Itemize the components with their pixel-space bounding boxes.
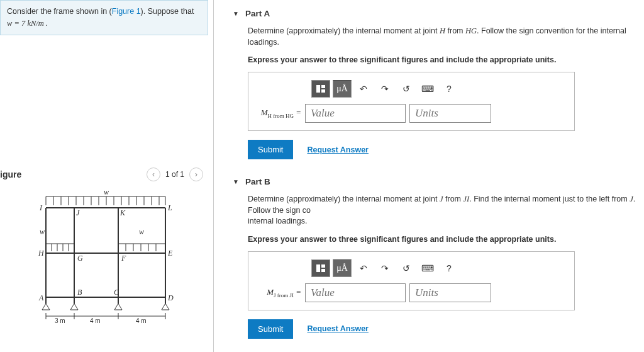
part-a-var-label: MH from HG = [256,108,301,119]
redo-icon[interactable]: ↷ [375,80,394,98]
templates-tool-icon[interactable] [311,259,330,277]
part-a-submit-button[interactable]: Submit [248,140,293,159]
svg-text:L: L [167,203,172,212]
svg-rect-66 [316,264,320,272]
svg-rect-65 [321,89,325,93]
svg-text:E: E [167,249,173,258]
help-icon[interactable]: ? [440,259,458,277]
part-b-var-label: MJ from JI = [256,287,301,298]
redo-icon[interactable]: ↷ [375,259,394,277]
undo-icon[interactable]: ↶ [354,259,373,277]
part-a-value-input[interactable] [305,104,406,123]
svg-rect-67 [321,264,325,268]
undo-icon[interactable]: ↶ [354,80,373,98]
templates-tool-icon[interactable] [311,80,330,98]
reset-icon[interactable]: ↺ [397,80,416,98]
help-icon[interactable]: ? [440,80,458,98]
svg-text:J: J [76,208,80,217]
problem-statement: Consider the frame shown in (Figure 1). … [0,0,208,35]
part-a-request-answer-link[interactable]: Request Answer [307,145,368,154]
svg-text:K: K [119,208,126,217]
problem-text-1: Consider the frame shown in ( [7,7,112,16]
figure-pager-text: 1 of 1 [165,170,184,179]
part-b-value-input[interactable] [305,283,406,302]
svg-text:G: G [77,254,83,263]
svg-rect-68 [321,269,325,272]
svg-text:A: A [38,293,44,302]
svg-text:F: F [121,254,126,263]
part-a-answer-box: μÅ ↶ ↷ ↺ ⌨ ? MH from HG = [248,72,575,131]
problem-text-2: ). Suppose that [141,7,194,16]
svg-text:I: I [39,203,43,212]
svg-text:C: C [114,288,119,297]
part-b-units-input[interactable] [409,283,491,302]
part-b-question: Determine (approximately) the internal m… [248,194,638,227]
part-b-instruction: Express your answer to three significant… [248,235,638,244]
units-tool-icon[interactable]: μÅ [333,80,352,98]
svg-text:4 m: 4 m [90,317,101,324]
part-a-instruction: Express your answer to three significant… [248,55,638,64]
keyboard-icon[interactable]: ⌨ [418,259,437,277]
keyboard-icon[interactable]: ⌨ [418,80,437,98]
svg-text:w: w [104,190,109,196]
svg-text:4 m: 4 m [136,317,147,324]
part-a-units-input[interactable] [409,104,491,123]
figure-pager: ‹ 1 of 1 › [147,167,203,181]
part-a-title: Part A [245,9,270,18]
svg-text:w: w [40,227,45,236]
figure-diagram: .ln{stroke:#333;stroke-width:2;fill:none… [0,190,208,329]
part-b-request-answer-link[interactable]: Request Answer [307,324,368,333]
part-a-question: Determine (approximately) the internal m… [248,26,638,48]
svg-rect-64 [321,85,325,88]
part-b-toggle-icon[interactable]: ▼ [233,178,239,185]
figure-next-button[interactable]: › [189,167,203,181]
svg-text:B: B [77,288,82,297]
given-value: w = 7 kN/m . [7,19,48,28]
svg-text:3 m: 3 m [55,317,65,324]
part-a-toggle-icon[interactable]: ▼ [233,10,239,17]
part-b-title: Part B [245,177,270,186]
svg-text:H: H [38,249,45,258]
reset-icon[interactable]: ↺ [397,259,416,277]
svg-text:D: D [167,293,174,302]
figure-section-title: igure [0,169,21,179]
svg-rect-63 [316,85,320,93]
part-b-answer-box: μÅ ↶ ↷ ↺ ⌨ ? MJ from JI = [248,251,575,310]
svg-text:w: w [139,227,144,236]
units-tool-icon[interactable]: μÅ [333,259,352,277]
figure-link[interactable]: Figure 1 [112,7,141,16]
figure-prev-button[interactable]: ‹ [147,167,160,181]
part-b-submit-button[interactable]: Submit [248,319,293,339]
